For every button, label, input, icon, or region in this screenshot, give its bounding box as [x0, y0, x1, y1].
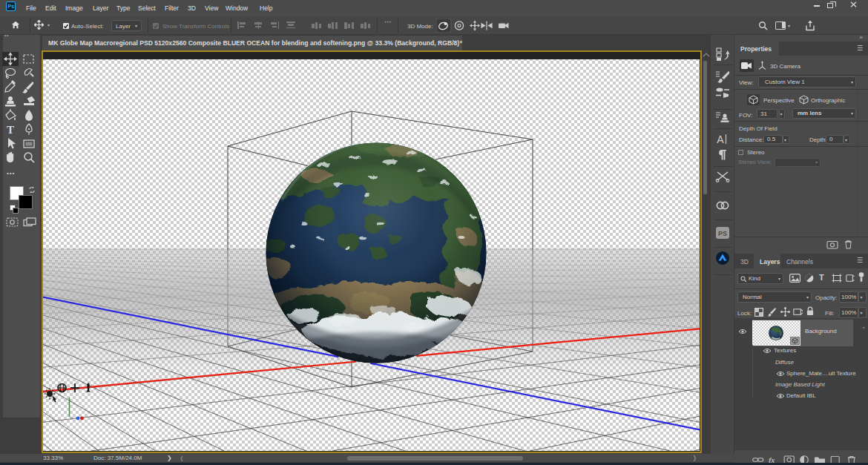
svg-text:T: T [7, 124, 14, 136]
svg-text:PS: PS [718, 230, 727, 237]
svg-text:A: A [717, 133, 724, 145]
